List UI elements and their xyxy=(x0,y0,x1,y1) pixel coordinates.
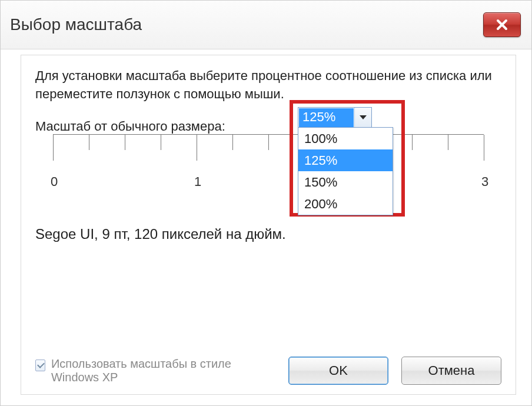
ruler-label-3: 3 xyxy=(481,174,488,189)
titlebar: Выбор масштаба xyxy=(1,1,531,49)
dropdown-arrow-button[interactable] xyxy=(354,108,371,128)
scale-row: Масштаб от обычного размера: xyxy=(35,119,501,134)
content-pane: Для установки масштаба выберите процентн… xyxy=(21,55,516,395)
xp-style-checkbox[interactable] xyxy=(35,360,45,371)
scale-dropdown-list[interactable]: 100% 125% 150% 200% xyxy=(298,127,393,215)
dropdown-highlight-box: 125% 100% 125% 150% 200% xyxy=(290,100,405,217)
xp-style-checkbox-label: Использовать масштабы в стиле Windows XP xyxy=(51,357,259,384)
close-icon xyxy=(496,18,508,31)
preview-text: Segoe UI, 9 пт, 120 пикселей на дюйм. xyxy=(35,226,501,242)
cancel-button[interactable]: Отмена xyxy=(401,357,501,385)
scale-selected-value: 125% xyxy=(299,108,354,127)
scale-option-125[interactable]: 125% xyxy=(298,149,393,171)
scale-combobox[interactable]: 125% xyxy=(298,107,372,128)
description-text: Для установки масштаба выберите процентн… xyxy=(35,67,501,104)
button-bar: OK Отмена xyxy=(288,357,501,385)
window-title: Выбор масштаба xyxy=(10,15,142,34)
scale-label: Масштаб от обычного размера: xyxy=(35,119,225,134)
ruler-label-0: 0 xyxy=(51,174,58,189)
footer: Использовать масштабы в стиле Windows XP… xyxy=(35,357,501,385)
scale-dialog: Выбор масштаба Для установки масштаба вы… xyxy=(0,0,532,406)
scale-option-200[interactable]: 200% xyxy=(298,193,393,215)
chevron-down-icon xyxy=(359,115,367,121)
ruler[interactable] xyxy=(53,134,484,176)
scale-option-150[interactable]: 150% xyxy=(298,171,393,193)
ruler-label-1: 1 xyxy=(194,174,201,189)
scale-option-100[interactable]: 100% xyxy=(298,128,393,149)
xp-style-checkbox-wrap[interactable]: Использовать масштабы в стиле Windows XP xyxy=(35,357,259,384)
close-button[interactable] xyxy=(483,12,521,37)
ok-button[interactable]: OK xyxy=(288,357,388,385)
ruler-area: 0 1 3 xyxy=(35,134,501,211)
